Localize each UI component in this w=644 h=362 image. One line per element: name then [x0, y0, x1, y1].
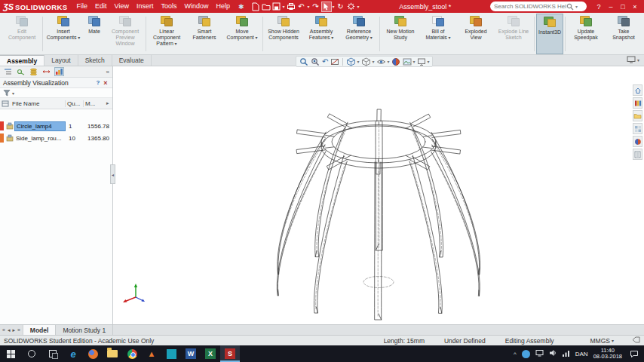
menu-window[interactable]: Window [180, 0, 212, 13]
search-icon[interactable] [566, 3, 574, 11]
ribbon-exploded-view[interactable]: Exploded View [457, 14, 495, 54]
row-file-name[interactable]: Circle_lamp4 [14, 121, 66, 131]
view-settings-icon[interactable]: ▾ [417, 57, 429, 66]
column-mass[interactable]: M... [84, 100, 106, 107]
ribbon-show-hidden-components[interactable]: Show Hidden Components [265, 14, 302, 54]
taskbar-app-solidworks[interactable]: S [220, 345, 240, 362]
column-file-name[interactable]: File Name [11, 100, 66, 107]
ribbon-move-component[interactable]: Move Component [223, 14, 261, 54]
menu-edit[interactable]: Edit [91, 0, 111, 13]
weather-tray-icon[interactable] [522, 350, 530, 358]
taskbar-app-excel[interactable]: X [201, 345, 220, 362]
open-folder-icon[interactable] [261, 2, 271, 12]
custom-properties-icon[interactable] [633, 149, 642, 160]
menu-view[interactable]: View [111, 0, 133, 13]
screen-capture-icon[interactable]: ▾ [627, 56, 639, 63]
ribbon-update-speedpak[interactable]: Update Speedpak [567, 14, 605, 54]
hide-show-items-icon[interactable]: ▾ [376, 57, 389, 66]
graphics-viewport[interactable] [113, 66, 644, 324]
filter-funnel-icon[interactable] [3, 89, 11, 97]
save-icon[interactable] [271, 2, 282, 12]
flat-view-toggle-icon[interactable] [0, 100, 11, 107]
volume-tray-icon[interactable] [549, 349, 557, 358]
ribbon-component-preview-window[interactable]: Component Preview Window [106, 14, 144, 54]
save-caret-icon[interactable]: ▾ [283, 4, 285, 9]
next-tab-button[interactable]: ▸ [12, 327, 15, 333]
start-button[interactable] [0, 345, 21, 362]
close-button[interactable]: × [629, 3, 641, 11]
taskbar-clock[interactable]: 11:40 08-03-2018 [593, 348, 622, 360]
zoom-to-area-icon[interactable] [311, 57, 320, 66]
apply-scene-icon[interactable]: ▾ [403, 57, 415, 66]
prev-tab-button[interactable]: ◂ [8, 327, 11, 333]
view-palette-icon[interactable] [633, 123, 642, 134]
header-expand-icon[interactable]: ▸ [106, 100, 112, 106]
tab-evaluate[interactable]: Evaluate [112, 55, 152, 66]
options-caret-icon[interactable]: ▾ [357, 4, 360, 9]
table-row-side-lamp[interactable]: Side_lamp_rou... 10 1365.80 [0, 132, 112, 144]
zoom-to-fit-icon[interactable] [299, 57, 308, 66]
file-explorer-icon[interactable] [633, 110, 642, 121]
taskbar-app-file-explorer[interactable] [103, 345, 122, 362]
view-orientation-icon[interactable]: ▾ [346, 57, 359, 66]
undo-icon[interactable]: ↶ [296, 2, 307, 12]
select-cursor-icon[interactable] [321, 2, 332, 12]
ribbon-insert-components[interactable]: Insert Components [44, 14, 82, 54]
redo-icon[interactable]: ↷ [311, 2, 321, 12]
featuremanager-design-tree-icon[interactable] [3, 67, 13, 76]
search-caret-icon[interactable]: ▾ [575, 4, 578, 9]
ribbon-smart-fasteners[interactable]: Smart Fasteners [186, 14, 223, 54]
options-gear-icon[interactable] [346, 2, 357, 12]
design-library-icon[interactable] [633, 97, 642, 109]
undo-caret-icon[interactable]: ▾ [308, 4, 310, 9]
ribbon-bill-of-materials[interactable]: Bill of Materials [419, 14, 457, 54]
ribbon-instant3d[interactable]: Instant3D [536, 14, 563, 54]
keyboard-language[interactable]: DAN [575, 351, 588, 357]
row-file-name[interactable]: Side_lamp_rou... [14, 134, 66, 143]
first-tab-button[interactable]: « [2, 327, 5, 333]
hidden-icons-chevron[interactable]: ^ [514, 351, 517, 357]
edit-appearance-icon[interactable] [391, 57, 400, 66]
print-icon[interactable] [286, 2, 296, 12]
assembly-visualization-tab-icon[interactable] [54, 67, 64, 76]
display-tray-icon[interactable] [535, 349, 544, 358]
taskbar-app-chrome[interactable] [122, 345, 142, 362]
ribbon-explode-line-sketch[interactable]: Explode Line Sketch [495, 14, 532, 54]
appearances-icon[interactable] [633, 136, 642, 147]
taskbar-app-photos[interactable] [161, 345, 181, 362]
propertymanager-icon[interactable] [16, 67, 26, 76]
maximize-button[interactable]: □ [617, 3, 629, 11]
panel-close-icon[interactable]: × [102, 79, 109, 87]
tab-layout[interactable]: Layout [44, 55, 78, 66]
ribbon-reference-geometry[interactable]: Reference Geometry [340, 14, 378, 54]
ribbon-edit-component[interactable]: Edit Component [3, 14, 41, 54]
tab-motion-study-1[interactable]: Motion Study 1 [56, 325, 113, 335]
taskbar-app-word[interactable]: W [181, 345, 201, 362]
ribbon-assembly-features[interactable]: Assembly Features [302, 14, 340, 54]
minimize-button[interactable]: – [605, 3, 617, 11]
tab-sketch[interactable]: Sketch [78, 55, 112, 66]
last-tab-button[interactable]: » [17, 327, 20, 333]
taskbar-app-firefox[interactable] [83, 345, 103, 362]
units-selector[interactable]: MMGS ▾ [590, 337, 614, 345]
network-tray-icon[interactable] [562, 350, 570, 358]
panel-splitter-handle[interactable]: ◂ [110, 164, 115, 184]
new-document-icon[interactable] [250, 2, 261, 12]
menu-file[interactable]: File [73, 0, 92, 13]
solidworks-resources-icon[interactable] [633, 84, 642, 96]
display-style-icon[interactable]: ▾ [361, 57, 374, 66]
rebuild-icon[interactable]: ↻ [336, 2, 346, 12]
previous-view-icon[interactable]: ↶ [322, 57, 328, 66]
ribbon-linear-component-pattern[interactable]: Linear Component Pattern [148, 14, 186, 54]
dimxpertmanager-icon[interactable] [41, 67, 51, 76]
ribbon-mate[interactable]: Mate [82, 14, 106, 54]
ribbon-take-snapshot[interactable]: Take Snapshot [605, 14, 642, 54]
more-tabs-icon[interactable]: » [106, 69, 109, 75]
task-view-button[interactable] [42, 345, 63, 362]
tag-icon[interactable] [632, 336, 640, 345]
section-view-icon[interactable] [330, 57, 339, 66]
configurationmanager-icon[interactable] [29, 67, 38, 76]
tab-model[interactable]: Model [23, 325, 57, 335]
ribbon-new-motion-study[interactable]: New Motion Study [382, 14, 419, 54]
select-caret-icon[interactable]: ▾ [333, 4, 335, 9]
